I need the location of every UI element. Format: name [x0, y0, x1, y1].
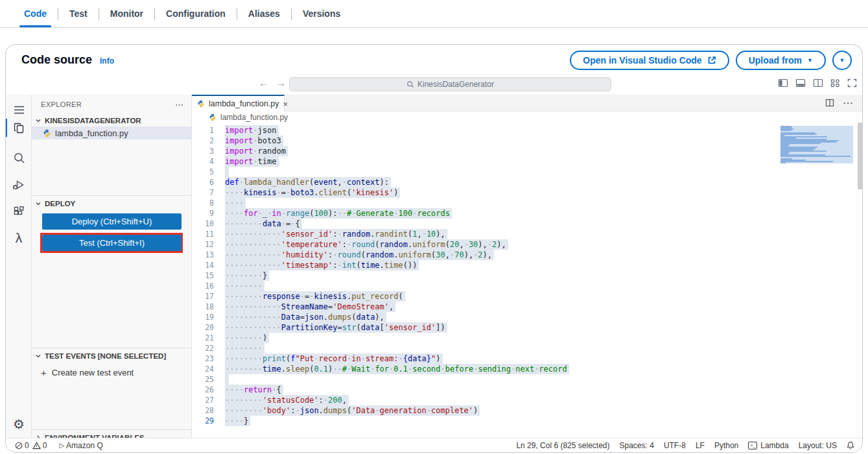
whitespace-dot: · [300, 292, 305, 301]
status-item-python[interactable]: Python [714, 441, 738, 450]
fullscreen-icon[interactable] [847, 78, 857, 88]
code-line-28[interactable]: 28········'body':·json.dumps('Data·gener… [192, 405, 862, 416]
toggle-panel-bottom-icon[interactable] [795, 78, 806, 88]
code-line-6[interactable]: 6def·lambda_handler(event,·context): [192, 177, 862, 187]
amazon-q-status[interactable]: ▷ Amazon Q [59, 441, 102, 450]
whitespace-dot: · [272, 230, 276, 239]
code-line-21[interactable]: 21········) [192, 333, 862, 343]
aws-lambda-icon[interactable]: λ [6, 228, 32, 247]
whitespace-dot: · [239, 188, 244, 197]
whitespace-dot: · [258, 302, 263, 311]
console-tab-monitor[interactable]: Monitor [99, 0, 154, 27]
close-icon[interactable]: × [283, 99, 288, 109]
whitespace-dot: · [427, 406, 431, 415]
code-line-7[interactable]: 7····kinesis·=·boto3.client('kinesis') [192, 187, 862, 198]
code-line-3[interactable]: 3import·random [192, 146, 862, 156]
status-item-lambda[interactable]: >_Lambda [748, 441, 788, 450]
console-tab-configuration[interactable]: Configuration [155, 0, 237, 27]
errors-indicator[interactable]: 0 [15, 441, 29, 450]
back-icon[interactable]: ← [259, 77, 268, 88]
deploy-button[interactable]: Deploy (Ctrl+Shift+U) [42, 213, 182, 230]
explorer-icon[interactable] [6, 118, 32, 137]
more-actions-icon[interactable]: ⋯ [175, 100, 183, 110]
breadcrumb[interactable]: lambda_function.py [192, 112, 862, 123]
customize-layout-icon[interactable] [830, 78, 840, 88]
chevron-right-icon [34, 433, 43, 438]
more-actions-icon[interactable]: ⋯ [843, 97, 853, 109]
menu-icon[interactable] [6, 100, 32, 119]
test-events-header[interactable]: TEST EVENTS [NONE SELECTED] [32, 348, 191, 364]
code-area[interactable]: 1import·json2import·boto33import·random4… [192, 125, 862, 438]
code-line-22[interactable]: 22········ [192, 343, 862, 353]
status-item-label: Layout: US [799, 441, 837, 450]
console-tab-bar: CodeTestMonitorConfigurationAliasesVersi… [0, 0, 868, 28]
editor-tab-lambda-function[interactable]: lambda_function.py × [192, 95, 285, 112]
tree-file-lambda-function[interactable]: lambda_function.py [32, 126, 191, 139]
whitespace-dot: · [473, 364, 478, 374]
line-number: 6 [192, 177, 214, 187]
deploy-section-header[interactable]: DEPLOY [32, 196, 191, 211]
forward-icon[interactable]: → [276, 77, 286, 88]
code-line-26[interactable]: 26····return·{ [192, 385, 862, 395]
toggle-sidebar-left-icon[interactable] [778, 78, 788, 88]
run-debug-icon[interactable] [6, 175, 32, 195]
line-number: 16 [192, 281, 214, 291]
editor-scrollbar[interactable] [858, 123, 862, 189]
collapse-panel-button[interactable]: ▼ [832, 51, 852, 70]
status-item-ln-29-col-6-825-selected-[interactable]: Ln 29, Col 6 (825 selected) [516, 441, 609, 450]
minimap[interactable] [780, 126, 853, 163]
whitespace-dot: · [239, 271, 244, 280]
console-tab-aliases[interactable]: Aliases [237, 0, 291, 27]
code-line-9[interactable]: 9····for·_·in·range(100):··#·Generate·10… [192, 208, 862, 219]
code-line-13[interactable]: 13············'humidity':·round(random.u… [192, 250, 862, 260]
open-in-vsc-button[interactable]: Open in Visual Studio Code [570, 51, 729, 70]
status-item-layout-us[interactable]: Layout: US [799, 441, 837, 450]
line-number: 18 [192, 302, 214, 312]
console-tab-test[interactable]: Test [58, 0, 99, 27]
status-item-lf[interactable]: LF [696, 441, 705, 450]
code-line-18[interactable]: 18············StreamName='DemoStream', [192, 302, 862, 312]
code-line-4[interactable]: 4import·time [192, 156, 862, 167]
command-search-input[interactable]: KinesisDataGenerator [289, 77, 611, 91]
code-line-12[interactable]: 12············'temperature':·round(rando… [192, 239, 862, 250]
status-item-utf-8[interactable]: UTF-8 [664, 441, 686, 450]
code-line-24[interactable]: 24········time.sleep(0.1)··#·Wait·for·0.… [192, 364, 862, 374]
info-link[interactable]: Info [100, 56, 114, 66]
code-line-16[interactable]: 16········ [192, 281, 862, 291]
line-number: 27 [192, 395, 214, 405]
code-line-20[interactable]: 20············PartitionKey=str(data['sen… [192, 322, 862, 333]
warnings-indicator[interactable]: 0 [32, 441, 47, 450]
code-line-8[interactable]: 8···· [192, 198, 862, 208]
tree-root-kinesisdatagenerator[interactable]: KINESISDATAGENERATOR [32, 114, 191, 126]
upload-from-button[interactable]: Upload from ▼ [736, 51, 826, 70]
code-line-29[interactable]: 29····} [192, 416, 862, 426]
code-line-10[interactable]: 10········data·=·{ [192, 219, 862, 229]
code-line-25[interactable]: 25 [192, 374, 862, 385]
search-icon[interactable] [6, 148, 32, 167]
code-line-2[interactable]: 2import·boto3 [192, 136, 862, 146]
settings-gear-icon[interactable]: ⚙ [6, 414, 32, 434]
environment-variables-header[interactable]: ENVIRONMENT VARIABLES [32, 430, 191, 438]
code-line-14[interactable]: 14············'timestamp':·int(time.time… [192, 260, 862, 270]
notifications-bell-icon[interactable] [847, 441, 854, 449]
line-number: 2 [192, 136, 214, 146]
console-tab-code[interactable]: Code [13, 0, 58, 27]
whitespace-dot: · [393, 209, 398, 218]
code-line-27[interactable]: 27········'statusCode':·200, [192, 395, 862, 405]
test-button[interactable]: Test (Ctrl+Shift+I) [42, 235, 182, 251]
status-item-spaces-4[interactable]: Spaces: 4 [620, 441, 654, 450]
problems-indicator[interactable]: 0 0 ▷ Amazon Q [15, 441, 103, 450]
split-editor-icon[interactable] [825, 99, 834, 107]
extensions-icon[interactable] [6, 202, 32, 221]
code-line-11[interactable]: 11············'sensor_id':·random.randin… [192, 229, 862, 239]
code-line-19[interactable]: 19············Data=json.dumps(data), [192, 312, 862, 322]
code-line-1[interactable]: 1import·json [192, 125, 862, 136]
console-tab-versions[interactable]: Versions [292, 0, 351, 27]
whitespace-dot: · [398, 354, 403, 363]
code-line-5[interactable]: 5 [192, 167, 862, 177]
code-line-15[interactable]: 15········} [192, 270, 862, 281]
toggle-sidebar-right-icon[interactable] [813, 78, 823, 88]
code-line-17[interactable]: 17········response·=·kinesis.put_record( [192, 291, 862, 302]
create-test-event-button[interactable]: + Create new test event [32, 365, 191, 379]
code-line-23[interactable]: 23········print(f"Put·record·in·stream:·… [192, 353, 862, 364]
